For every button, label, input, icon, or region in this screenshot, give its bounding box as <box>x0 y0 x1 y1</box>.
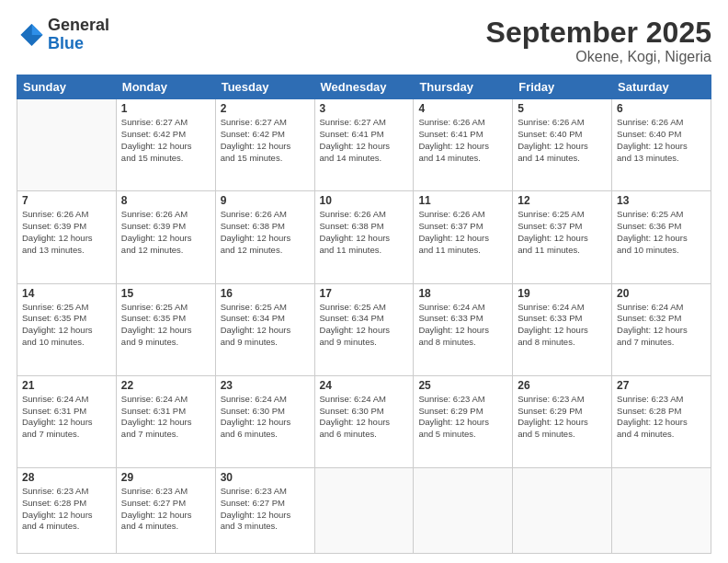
header-tuesday: Tuesday <box>215 75 314 99</box>
day-number: 5 <box>518 102 607 115</box>
day-number: 13 <box>617 194 706 207</box>
day-info: Sunrise: 6:24 AM Sunset: 6:30 PM Dayligh… <box>320 394 409 441</box>
table-row: 29Sunrise: 6:23 AM Sunset: 6:27 PM Dayli… <box>116 467 215 553</box>
day-number: 20 <box>617 287 706 300</box>
table-row <box>612 467 711 553</box>
table-row: 15Sunrise: 6:25 AM Sunset: 6:35 PM Dayli… <box>116 283 215 375</box>
day-info: Sunrise: 6:23 AM Sunset: 6:29 PM Dayligh… <box>418 394 507 441</box>
header-wednesday: Wednesday <box>314 75 414 99</box>
table-row: 21Sunrise: 6:24 AM Sunset: 6:31 PM Dayli… <box>17 375 117 467</box>
logo-icon <box>17 21 44 49</box>
day-number: 14 <box>22 287 111 300</box>
day-number: 18 <box>418 287 507 300</box>
day-number: 25 <box>418 379 507 392</box>
day-info: Sunrise: 6:26 AM Sunset: 6:38 PM Dayligh… <box>221 209 310 256</box>
day-number: 1 <box>121 102 210 115</box>
table-row: 23Sunrise: 6:24 AM Sunset: 6:30 PM Dayli… <box>215 375 314 467</box>
day-info: Sunrise: 6:27 AM Sunset: 6:42 PM Dayligh… <box>121 117 210 164</box>
table-row: 8Sunrise: 6:26 AM Sunset: 6:39 PM Daylig… <box>116 191 215 283</box>
table-row <box>314 467 414 553</box>
day-info: Sunrise: 6:26 AM Sunset: 6:39 PM Dayligh… <box>121 209 210 256</box>
main-title: September 2025 <box>486 17 711 49</box>
logo-text: General Blue <box>48 17 109 53</box>
day-number: 27 <box>617 379 706 392</box>
day-info: Sunrise: 6:25 AM Sunset: 6:35 PM Dayligh… <box>121 302 210 349</box>
svg-marker-1 <box>32 24 43 35</box>
day-info: Sunrise: 6:23 AM Sunset: 6:29 PM Dayligh… <box>518 394 607 441</box>
day-number: 30 <box>221 471 310 484</box>
day-info: Sunrise: 6:26 AM Sunset: 6:41 PM Dayligh… <box>418 117 507 164</box>
day-info: Sunrise: 6:25 AM Sunset: 6:34 PM Dayligh… <box>221 302 310 349</box>
day-number: 29 <box>121 471 210 484</box>
table-row: 25Sunrise: 6:23 AM Sunset: 6:29 PM Dayli… <box>414 375 513 467</box>
table-row: 19Sunrise: 6:24 AM Sunset: 6:33 PM Dayli… <box>513 283 612 375</box>
table-row: 11Sunrise: 6:26 AM Sunset: 6:37 PM Dayli… <box>414 191 513 283</box>
table-row: 5Sunrise: 6:26 AM Sunset: 6:40 PM Daylig… <box>513 99 612 191</box>
day-number: 28 <box>22 471 111 484</box>
day-number: 7 <box>22 194 111 207</box>
day-info: Sunrise: 6:24 AM Sunset: 6:33 PM Dayligh… <box>418 302 507 349</box>
day-info: Sunrise: 6:27 AM Sunset: 6:42 PM Dayligh… <box>221 117 310 164</box>
day-info: Sunrise: 6:23 AM Sunset: 6:28 PM Dayligh… <box>617 394 706 441</box>
day-info: Sunrise: 6:24 AM Sunset: 6:32 PM Dayligh… <box>617 302 706 349</box>
day-number: 17 <box>320 287 409 300</box>
day-info: Sunrise: 6:25 AM Sunset: 6:36 PM Dayligh… <box>617 209 706 256</box>
header-monday: Monday <box>116 75 215 99</box>
header-friday: Friday <box>513 75 612 99</box>
day-number: 24 <box>320 379 409 392</box>
day-info: Sunrise: 6:25 AM Sunset: 6:35 PM Dayligh… <box>22 302 111 349</box>
table-row: 17Sunrise: 6:25 AM Sunset: 6:34 PM Dayli… <box>314 283 414 375</box>
day-number: 23 <box>221 379 310 392</box>
day-number: 6 <box>617 102 706 115</box>
day-info: Sunrise: 6:26 AM Sunset: 6:39 PM Dayligh… <box>22 209 111 256</box>
day-number: 2 <box>221 102 310 115</box>
table-row: 27Sunrise: 6:23 AM Sunset: 6:28 PM Dayli… <box>612 375 711 467</box>
subtitle: Okene, Kogi, Nigeria <box>486 49 711 65</box>
day-info: Sunrise: 6:26 AM Sunset: 6:40 PM Dayligh… <box>518 117 607 164</box>
table-row: 3Sunrise: 6:27 AM Sunset: 6:41 PM Daylig… <box>314 99 414 191</box>
svg-marker-2 <box>21 24 32 35</box>
day-info: Sunrise: 6:24 AM Sunset: 6:31 PM Dayligh… <box>121 394 210 441</box>
table-row: 18Sunrise: 6:24 AM Sunset: 6:33 PM Dayli… <box>414 283 513 375</box>
header-thursday: Thursday <box>414 75 513 99</box>
table-row: 4Sunrise: 6:26 AM Sunset: 6:41 PM Daylig… <box>414 99 513 191</box>
table-row: 30Sunrise: 6:23 AM Sunset: 6:27 PM Dayli… <box>215 467 314 553</box>
logo-general-text: General <box>48 17 109 35</box>
day-info: Sunrise: 6:25 AM Sunset: 6:37 PM Dayligh… <box>518 209 607 256</box>
table-row: 2Sunrise: 6:27 AM Sunset: 6:42 PM Daylig… <box>215 99 314 191</box>
day-number: 26 <box>518 379 607 392</box>
day-info: Sunrise: 6:26 AM Sunset: 6:38 PM Dayligh… <box>320 209 409 256</box>
header: General Blue September 2025 Okene, Kogi,… <box>17 17 711 65</box>
day-number: 19 <box>518 287 607 300</box>
table-row: 22Sunrise: 6:24 AM Sunset: 6:31 PM Dayli… <box>116 375 215 467</box>
calendar-table: Sunday Monday Tuesday Wednesday Thursday… <box>17 75 711 554</box>
day-info: Sunrise: 6:24 AM Sunset: 6:33 PM Dayligh… <box>518 302 607 349</box>
day-number: 12 <box>518 194 607 207</box>
title-block: September 2025 Okene, Kogi, Nigeria <box>486 17 711 65</box>
day-info: Sunrise: 6:27 AM Sunset: 6:41 PM Dayligh… <box>320 117 409 164</box>
day-number: 4 <box>418 102 507 115</box>
table-row: 13Sunrise: 6:25 AM Sunset: 6:36 PM Dayli… <box>612 191 711 283</box>
table-row: 7Sunrise: 6:26 AM Sunset: 6:39 PM Daylig… <box>17 191 117 283</box>
day-info: Sunrise: 6:23 AM Sunset: 6:27 PM Dayligh… <box>121 486 210 533</box>
day-number: 15 <box>121 287 210 300</box>
table-row: 20Sunrise: 6:24 AM Sunset: 6:32 PM Dayli… <box>612 283 711 375</box>
table-row: 10Sunrise: 6:26 AM Sunset: 6:38 PM Dayli… <box>314 191 414 283</box>
day-info: Sunrise: 6:25 AM Sunset: 6:34 PM Dayligh… <box>320 302 409 349</box>
page: General Blue September 2025 Okene, Kogi,… <box>0 0 728 563</box>
table-row: 28Sunrise: 6:23 AM Sunset: 6:28 PM Dayli… <box>17 467 117 553</box>
day-number: 11 <box>418 194 507 207</box>
table-row: 24Sunrise: 6:24 AM Sunset: 6:30 PM Dayli… <box>314 375 414 467</box>
day-number: 9 <box>221 194 310 207</box>
weekday-header-row: Sunday Monday Tuesday Wednesday Thursday… <box>17 75 711 99</box>
day-number: 3 <box>320 102 409 115</box>
day-info: Sunrise: 6:24 AM Sunset: 6:30 PM Dayligh… <box>221 394 310 441</box>
table-row <box>513 467 612 553</box>
header-saturday: Saturday <box>612 75 711 99</box>
table-row <box>414 467 513 553</box>
table-row: 14Sunrise: 6:25 AM Sunset: 6:35 PM Dayli… <box>17 283 117 375</box>
day-number: 21 <box>22 379 111 392</box>
day-number: 22 <box>121 379 210 392</box>
header-sunday: Sunday <box>17 75 117 99</box>
table-row: 26Sunrise: 6:23 AM Sunset: 6:29 PM Dayli… <box>513 375 612 467</box>
